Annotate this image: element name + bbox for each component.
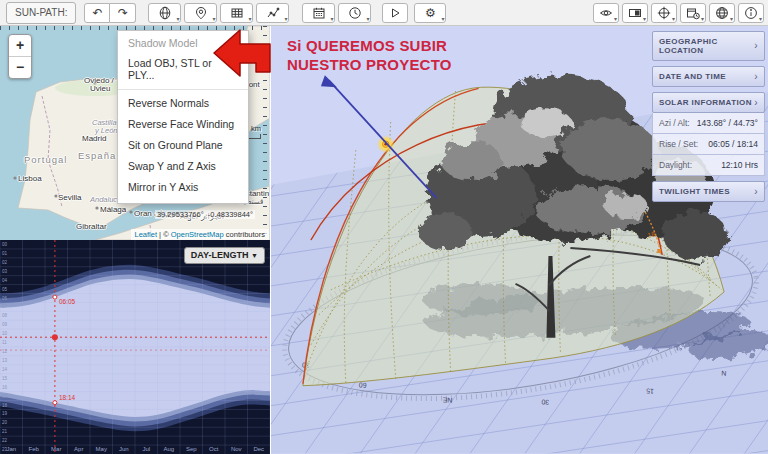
chevron-down-icon: ▼ <box>251 252 258 259</box>
globe-icon <box>715 6 729 20</box>
svg-text:N: N <box>721 370 726 377</box>
svg-text:Sep: Sep <box>186 446 197 452</box>
data-table-button[interactable]: ▾ <box>220 3 253 23</box>
svg-text:00: 00 <box>2 242 8 247</box>
svg-text:06: 06 <box>2 296 8 301</box>
svg-text:18: 18 <box>2 403 8 408</box>
target-button[interactable]: ▾ <box>651 3 677 23</box>
dropdown-caret: ▾ <box>759 16 762 22</box>
day-length-plot: 0001020304050607080910111213141516171819… <box>0 240 270 454</box>
sun-path-app: { "toolbar": {"label": "SUN-PATH:"}, "me… <box>0 0 768 454</box>
info-panel: GEOGRAPHIC LOCATION›DATE AND TIME›SOLAR … <box>652 31 765 202</box>
annotation-text: Si QUEREMOS SUBIR NUESTRO PROYECTO <box>287 36 452 74</box>
date-time-button[interactable]: ▾ <box>680 3 706 23</box>
svg-text:21: 21 <box>2 429 8 434</box>
main-toolbar: SUN-PATH: ↶ ↷ ▾ ▾ ▾ ▾ ▾ ▾ ⚙ ▾ ▾ ▾ <box>0 0 768 26</box>
menu-item-mirror-in-y-axis[interactable]: Mirror in Y Axis <box>118 177 248 198</box>
settings-button[interactable]: ⚙ ▾ <box>414 3 446 23</box>
dropdown-caret: ▾ <box>176 16 179 22</box>
panel-section-solar-information[interactable]: SOLAR INFORMATION› <box>652 92 765 113</box>
svg-text:Nov: Nov <box>231 446 242 452</box>
undo-button[interactable]: ↶ <box>84 3 110 23</box>
redo-icon: ↷ <box>118 6 128 20</box>
dropdown-caret: ▾ <box>672 16 675 22</box>
annotation-line-1: Si QUEREMOS SUBIR <box>287 36 452 55</box>
chevron-right-icon: › <box>754 188 758 196</box>
svg-text:15: 15 <box>646 387 654 394</box>
chart-button[interactable]: ▾ <box>256 3 289 23</box>
chart-mode-button[interactable]: DAY-LENGTH ▼ <box>184 247 265 264</box>
table-icon <box>230 6 244 20</box>
attribution-separator: | © <box>157 230 171 239</box>
svg-text:Mar: Mar <box>51 446 61 452</box>
svg-text:Jun: Jun <box>119 446 129 452</box>
svg-text:06:05: 06:05 <box>59 298 76 305</box>
svg-text:03: 03 <box>2 269 8 274</box>
dropdown-caret: ▾ <box>730 16 733 22</box>
map-label: Sevilla <box>58 193 82 202</box>
svg-text:NE: NE <box>442 396 452 404</box>
panel-section-geographic-location[interactable]: GEOGRAPHIC LOCATION› <box>652 31 765 61</box>
sunpath-label: SUN-PATH: <box>6 2 76 24</box>
panel-section-title: SOLAR INFORMATION <box>659 98 752 107</box>
clock-button[interactable]: ▾ <box>338 3 371 23</box>
zoom-in-button[interactable]: + <box>9 35 31 57</box>
menu-item-sit-on-ground-plane[interactable]: Sit on Ground Plane <box>118 135 248 156</box>
menu-separator <box>118 89 248 90</box>
panel-section-twilight-times[interactable]: TWILIGHT TIMES› <box>652 181 765 202</box>
map-label: Madrid <box>82 134 106 143</box>
menu-item-reverse-face-winding[interactable]: Reverse Face Winding <box>118 114 248 135</box>
svg-text:08: 08 <box>2 313 8 318</box>
location-button[interactable]: ▾ <box>184 3 217 23</box>
dropdown-caret: ▾ <box>614 16 617 22</box>
shadow-model-button[interactable]: ▾ <box>148 3 181 23</box>
svg-text:30: 30 <box>541 398 549 405</box>
leaflet-link[interactable]: Leaflet <box>135 230 158 239</box>
chevron-right-icon: › <box>754 99 758 107</box>
svg-text:09: 09 <box>2 322 8 327</box>
dropdown-caret: ▾ <box>643 16 646 22</box>
map-coordinates: 39.29533766°, -0.48339844° <box>155 210 255 219</box>
svg-text:Jan: Jan <box>6 446 16 452</box>
panel-section-title: DATE AND TIME <box>659 72 726 81</box>
dropdown-caret: ▾ <box>284 16 287 22</box>
svg-text:07: 07 <box>2 304 8 309</box>
info-button[interactable]: ▾ <box>738 3 764 23</box>
dropdown-caret: ▾ <box>701 16 704 22</box>
openstreetmap-link[interactable]: OpenStreetMap <box>171 230 224 239</box>
panel-row: Rise / Set:06:05 / 18:14 <box>652 134 765 155</box>
svg-text:22: 22 <box>2 438 8 443</box>
svg-text:Apr: Apr <box>74 446 83 452</box>
contrast-icon <box>628 6 642 20</box>
svg-text:02: 02 <box>2 260 8 265</box>
display-mode-button[interactable]: ▾ <box>622 3 648 23</box>
svg-text:04: 04 <box>2 278 8 283</box>
play-animation-button[interactable] <box>382 3 408 23</box>
map-attribution: Leaflet | © OpenStreetMap contributors <box>131 229 270 240</box>
panel-row-value: 06:05 / 18:14 <box>708 139 758 149</box>
panel-row-label: Daylight: <box>659 160 692 170</box>
redo-button[interactable]: ↷ <box>110 3 136 23</box>
panel-row-value: 12:10 Hrs <box>721 160 758 170</box>
panel-row-value: 143.68° / 44.73° <box>697 118 758 128</box>
zoom-out-button[interactable]: − <box>9 57 31 78</box>
dropdown-caret: ▾ <box>330 16 333 22</box>
shadow-model-icon <box>158 6 172 20</box>
panel-row: Daylight:12:10 Hrs <box>652 155 765 176</box>
attribution-suffix: contributors <box>224 230 265 239</box>
calendar-button[interactable]: ▾ <box>302 3 335 23</box>
dropdown-caret: ▾ <box>441 16 444 22</box>
map-pin-icon <box>194 6 208 20</box>
panel-section-date-and-time[interactable]: DATE AND TIME› <box>652 66 765 87</box>
map-label: Uvieu <box>90 84 110 93</box>
chevron-right-icon: › <box>754 73 758 81</box>
undo-icon: ↶ <box>92 6 102 20</box>
globe-button[interactable]: ▾ <box>709 3 735 23</box>
visibility-button[interactable]: ▾ <box>593 3 619 23</box>
calendar-icon <box>312 6 326 20</box>
svg-text:15: 15 <box>2 376 8 381</box>
menu-item-swap-y-and-z-axis[interactable]: Swap Y and Z Axis <box>118 156 248 177</box>
svg-text:Jul: Jul <box>142 446 150 452</box>
day-length-chart[interactable]: 0001020304050607080910111213141516171819… <box>0 240 270 454</box>
menu-item-reverse-normals[interactable]: Reverse Normals <box>118 93 248 114</box>
